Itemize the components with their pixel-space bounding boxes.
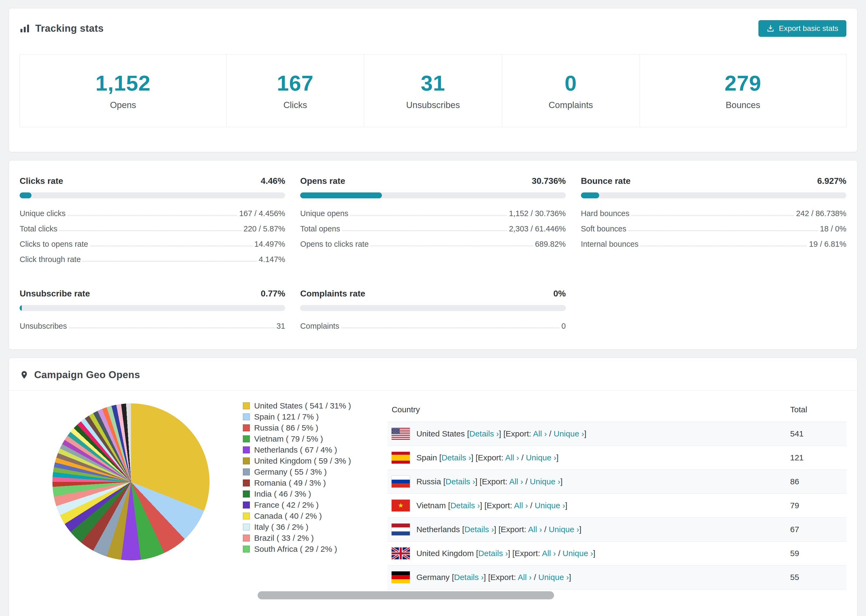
- export-all-link[interactable]: All ›: [505, 453, 519, 462]
- tracking-stats-header: Tracking stats Export basic stats: [9, 8, 857, 37]
- bracket: [: [504, 429, 505, 438]
- stat-value: 1,152: [96, 71, 151, 96]
- horizontal-scrollbar-thumb[interactable]: [258, 591, 554, 599]
- export-unique-link[interactable]: Unique ›: [535, 501, 565, 510]
- export-label: Export:: [501, 525, 526, 534]
- export-unique-link[interactable]: Unique ›: [530, 477, 560, 486]
- export-unique-link[interactable]: Unique ›: [538, 573, 569, 581]
- export-all-link[interactable]: All ›: [533, 429, 547, 438]
- export-label: Export:: [482, 477, 507, 486]
- rates-grid: Clicks rate 4.46% Unique clicks167 / 4.4…: [20, 176, 846, 331]
- details-link[interactable]: Details ›: [446, 477, 475, 486]
- details-link[interactable]: Details ›: [442, 453, 471, 462]
- export-unique-link[interactable]: Unique ›: [554, 429, 584, 438]
- details-link[interactable]: Details ›: [464, 525, 494, 534]
- bracket: ]: [480, 501, 482, 510]
- dotted-leader: [350, 215, 507, 215]
- dotted-leader: [69, 328, 274, 328]
- legend-item: Germany ( 55 / 3% ): [243, 466, 351, 477]
- rate-row: Unique clicks167 / 4.456%: [20, 203, 285, 218]
- dotted-leader: [341, 328, 559, 328]
- legend-label: Spain ( 121 / 7% ): [254, 412, 319, 421]
- dotted-leader: [628, 230, 818, 231]
- rate-row: Complaints0: [300, 315, 565, 331]
- stat-value: 0: [565, 71, 577, 96]
- rate-row-value: 0: [562, 322, 566, 331]
- campaign-geo-opens-card: Campaign Geo Opens United States ( 541 /…: [9, 358, 857, 616]
- rate-progress-bar: [300, 192, 565, 198]
- legend-item: Netherlands ( 67 / 4% ): [243, 444, 351, 455]
- rate-row-value: 242 / 86.738%: [796, 209, 846, 218]
- flag-icon-gb: [392, 547, 410, 559]
- stat-value: 167: [277, 71, 313, 96]
- legend-label: Germany ( 55 / 3% ): [254, 467, 327, 476]
- download-icon: [767, 24, 775, 33]
- export-unique-link[interactable]: Unique ›: [549, 525, 579, 534]
- export-all-link[interactable]: All ›: [528, 525, 542, 534]
- rate-row: Total clicks220 / 5.87%: [20, 218, 285, 233]
- export-all-link[interactable]: All ›: [514, 501, 528, 510]
- dotted-leader: [641, 246, 807, 246]
- rate-progress-bar: [581, 192, 846, 198]
- details-link[interactable]: Details ›: [469, 429, 499, 438]
- export-label: Export:: [478, 453, 504, 462]
- legend-swatch: [243, 545, 250, 553]
- bar-chart-icon: [20, 24, 30, 34]
- stat-label: Unsubscribes: [406, 100, 460, 110]
- rate-row-value: 689.82%: [535, 240, 566, 248]
- bracket: ]: [475, 477, 477, 486]
- legend-label: Canada ( 40 / 2% ): [254, 511, 322, 520]
- rate-panel: Complaints rate 0% Complaints0: [300, 289, 565, 331]
- legend-swatch: [243, 446, 250, 453]
- legend-item: France ( 42 / 2% ): [243, 499, 351, 511]
- legend-label: Russia ( 86 / 5% ): [254, 423, 318, 432]
- export-all-link[interactable]: All ›: [518, 573, 532, 581]
- country-column-header: Country: [387, 398, 786, 422]
- details-link[interactable]: Details ›: [450, 501, 480, 510]
- legend-item: India ( 46 / 3% ): [243, 488, 351, 499]
- export-unique-link[interactable]: Unique ›: [526, 453, 556, 462]
- rate-row: Internal bounces19 / 6.81%: [581, 233, 846, 248]
- export-all-link[interactable]: All ›: [542, 549, 556, 558]
- export-unique-link[interactable]: Unique ›: [563, 549, 593, 558]
- campaign-geo-opens-title: Campaign Geo Opens: [34, 369, 140, 380]
- bracket: ]: [508, 549, 510, 558]
- stat-box-complaints: 0 Complaints: [502, 54, 640, 127]
- dotted-leader: [68, 215, 237, 215]
- legend-label: United States ( 541 / 31% ): [254, 401, 351, 410]
- geo-table-row: United Kingdom [Details ›] [Export: All …: [387, 542, 846, 566]
- export-basic-stats-button[interactable]: Export basic stats: [759, 20, 846, 37]
- rate-panel: Clicks rate 4.46% Unique clicks167 / 4.4…: [20, 176, 285, 264]
- rate-row: Click through rate4.147%: [20, 248, 285, 264]
- flag-icon-us: [392, 428, 410, 440]
- map-pin-icon: [20, 370, 29, 379]
- rate-row: Opens to clicks rate689.82%: [300, 233, 565, 248]
- rate-percent: 30.736%: [532, 176, 565, 186]
- legend-swatch: [243, 457, 250, 464]
- rate-panel: Opens rate 30.736% Unique opens1,152 / 3…: [300, 176, 565, 264]
- bracket: [: [476, 453, 478, 462]
- rate-row-label: Complaints: [300, 322, 339, 331]
- rate-row-value: 167 / 4.456%: [239, 209, 285, 218]
- rate-panel: Bounce rate 6.927% Hard bounces242 / 86.…: [581, 176, 846, 264]
- dotted-leader: [631, 215, 794, 215]
- rate-row-value: 14.497%: [254, 240, 285, 248]
- details-link[interactable]: Details ›: [478, 549, 508, 558]
- bracket: [: [443, 477, 446, 486]
- country-name: Russia: [416, 477, 441, 486]
- legend-swatch: [243, 435, 250, 442]
- rate-title: Bounce rate: [581, 176, 631, 186]
- legend-item: Romania ( 49 / 3% ): [243, 477, 351, 488]
- legend-swatch: [243, 413, 250, 420]
- flag-icon-ru: [392, 476, 410, 487]
- tracking-stats-card: Tracking stats Export basic stats 1,152 …: [9, 8, 857, 152]
- rate-title: Complaints rate: [300, 289, 365, 299]
- dotted-leader: [371, 246, 533, 246]
- country-name: United Kingdom: [416, 549, 474, 558]
- export-all-link[interactable]: All ›: [509, 477, 523, 486]
- export-label: Export:: [505, 429, 531, 438]
- country-name: Spain: [416, 453, 437, 462]
- bracket: [: [480, 477, 482, 486]
- geo-table-row: United States [Details ›] [Export: All ›…: [387, 422, 846, 446]
- details-link[interactable]: Details ›: [454, 573, 483, 581]
